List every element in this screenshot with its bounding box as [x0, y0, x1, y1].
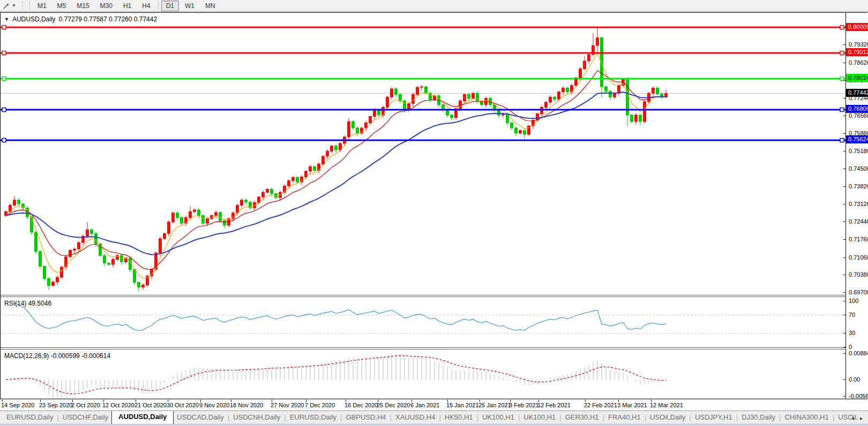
time-tick-label: 25 Dec 2020	[377, 402, 410, 408]
chart-quote-values: 0.77279 0.77587 0.77260 0.77442	[59, 16, 158, 23]
tab-scroll-arrows-icon[interactable]: ◂ ▸	[851, 415, 865, 421]
timeframe-button-d1[interactable]: D1	[161, 1, 179, 11]
price-tag-0.78014: 0.78014	[846, 74, 868, 82]
price-tick-label: 0.79320	[849, 41, 868, 48]
line-handle[interactable]	[2, 26, 6, 29]
symbol-tab-uk100-h1[interactable]: UK100,H1	[479, 412, 518, 424]
rsi-scale-label: 70	[849, 311, 855, 318]
symbol-tab-usdcnh-daily[interactable]: USDCNH,Daily	[230, 412, 283, 424]
timeframe-button-m5[interactable]: M5	[53, 1, 71, 11]
price-tick-label: 0.71060	[849, 254, 868, 261]
price-tick-label: 0.73120	[849, 201, 868, 207]
window-resize-strip	[0, 424, 868, 426]
toolbar-gripper[interactable]	[21, 2, 24, 10]
candlestick-series	[5, 27, 668, 292]
axis-tick-mark	[843, 353, 846, 354]
rsi-line	[14, 303, 666, 331]
symbol-tab-ger30-h1[interactable]: GER30,H1	[562, 412, 602, 424]
axis-tick-mark	[843, 98, 846, 98]
symbol-tab-usoil-daily[interactable]: USOil,Daily	[647, 412, 689, 424]
time-tick-label: 12 Oct 2020	[102, 402, 134, 408]
price-tick-label: 0.69700	[849, 289, 868, 295]
symbol-tab-eurusd-daily[interactable]: EURUSD,Daily	[3, 412, 56, 424]
ma-slow-line	[6, 92, 666, 255]
axis-tick-mark	[843, 133, 846, 134]
line-handle[interactable]	[840, 138, 844, 142]
rsi-scale-label: 100	[849, 298, 858, 304]
price-axis[interactable]: 0.793200.786200.779400.772400.765600.758…	[845, 13, 868, 399]
timeframe-button-w1[interactable]: W1	[180, 1, 199, 11]
panel-separator[interactable]	[1, 295, 867, 297]
price-tick-label: 0.76560	[849, 112, 868, 119]
price-tick-label: 0.71760	[849, 236, 868, 242]
axis-tick-mark	[843, 315, 846, 315]
axis-tick-mark	[843, 301, 846, 301]
time-tick-label: 25 Jan 2021	[478, 402, 511, 408]
symbol-tab-usdcad-daily[interactable]: USDCAD,Daily	[174, 412, 227, 424]
time-axis[interactable]: 14 Sep 202023 Sep 20202 Oct 202012 Oct 2…	[0, 400, 868, 410]
line-handle[interactable]	[840, 26, 844, 29]
rsi-scale-label: 30	[849, 330, 855, 336]
rsi-scale-label: 0	[849, 344, 852, 350]
price-tick-label: 0.74500	[849, 165, 868, 172]
timeframe-button-m30[interactable]: M30	[95, 1, 117, 11]
axis-tick-mark	[843, 379, 846, 380]
rsi-panel-canvas[interactable]	[1, 298, 845, 348]
time-tick-label: 3 Mar 2021	[617, 402, 647, 408]
price-tick-label: 0.70380	[849, 271, 868, 278]
tool-dropdown-caret-icon[interactable]: ▼	[12, 3, 16, 8]
symbol-tab-usdjpy-h1[interactable]: USDJPY,H1	[692, 412, 736, 424]
axis-tick-mark	[843, 151, 846, 151]
axis-tick-mark	[843, 239, 846, 240]
line-handle[interactable]	[840, 51, 844, 55]
time-tick-label: 21 Oct 2020	[134, 402, 167, 408]
macd-indicator-label: MACD(12,26,9) -0.000599 -0.000614	[4, 352, 110, 360]
collapse-triangle-icon[interactable]: ▼	[4, 17, 9, 22]
time-tick-label: 22 Feb 2021	[584, 402, 617, 408]
axis-tick-mark	[843, 333, 846, 333]
symbol-tab-xauusd-h4[interactable]: XAUUSD,H4	[392, 412, 438, 424]
price-chart-canvas[interactable]	[1, 13, 845, 296]
line-handle[interactable]	[2, 108, 6, 111]
symbol-tab-eurusd-daily[interactable]: EURUSD,Daily	[287, 412, 340, 424]
line-handle[interactable]	[2, 138, 6, 142]
line-handle[interactable]	[2, 51, 6, 55]
time-tick-label: 12 Feb 2021	[537, 402, 571, 408]
panel-separator[interactable]	[1, 347, 867, 349]
time-tick-label: 15 Jan 2021	[446, 402, 479, 408]
toolbar-separator	[29, 2, 30, 10]
axis-tick-mark	[843, 347, 846, 347]
price-tick-label: 0.72440	[849, 218, 868, 225]
toolbar-separator	[158, 2, 159, 10]
pointer-tool-icon[interactable]	[2, 2, 11, 10]
macd-panel-canvas[interactable]	[1, 350, 845, 399]
time-tick-label: 27 Nov 2020	[271, 402, 304, 408]
timeframe-button-h1[interactable]: H1	[118, 1, 136, 11]
axis-tick-mark	[843, 222, 846, 222]
timeframe-button-m15[interactable]: M15	[72, 1, 94, 11]
symbol-tab-fra40-h1[interactable]: FRA40,H1	[605, 412, 644, 424]
time-tick-label: 2 Oct 2020	[71, 402, 100, 408]
symbol-tab-uk100-h1[interactable]: UK100,H1	[520, 412, 559, 424]
price-tick-label: 0.78620	[849, 59, 868, 66]
axis-tick-mark	[843, 186, 846, 187]
timeframe-button-mn[interactable]: MN	[200, 1, 220, 11]
price-tag-0.75624: 0.75624	[846, 135, 868, 143]
symbol-tab-dj30-daily[interactable]: DJ30,Daily	[738, 412, 779, 424]
symbol-tab-china300-h1[interactable]: CHINA300,H1	[781, 412, 832, 424]
line-handle[interactable]	[2, 77, 6, 80]
line-handle[interactable]	[840, 108, 844, 111]
symbol-tab-usdchf-daily[interactable]: USDCHF,Daily	[59, 412, 111, 424]
symbol-tab-audusd-daily[interactable]: AUDUSD,Daily	[111, 410, 174, 424]
time-tick-label: 3 Feb 2021	[509, 402, 539, 408]
axis-tick-mark	[843, 275, 846, 275]
top-toolbar: ▼ M1M5M15M30H1H4D1W1MN	[0, 0, 868, 12]
chart-window[interactable]: ▼ AUDUSD,Daily 0.77279 0.77587 0.77260 0…	[0, 12, 867, 399]
timeframe-button-m1[interactable]: M1	[33, 1, 51, 11]
symbol-tab-gbpusd-h4[interactable]: GBPUSD,H4	[342, 412, 389, 424]
chart-symbol-label: AUDUSD,Daily	[12, 16, 56, 23]
symbol-tab-hk50-h1[interactable]: HK50,H1	[442, 412, 476, 424]
time-tick-label: 16 Dec 2020	[345, 402, 378, 408]
axis-tick-mark	[843, 63, 846, 63]
timeframe-button-h4[interactable]: H4	[137, 1, 155, 11]
